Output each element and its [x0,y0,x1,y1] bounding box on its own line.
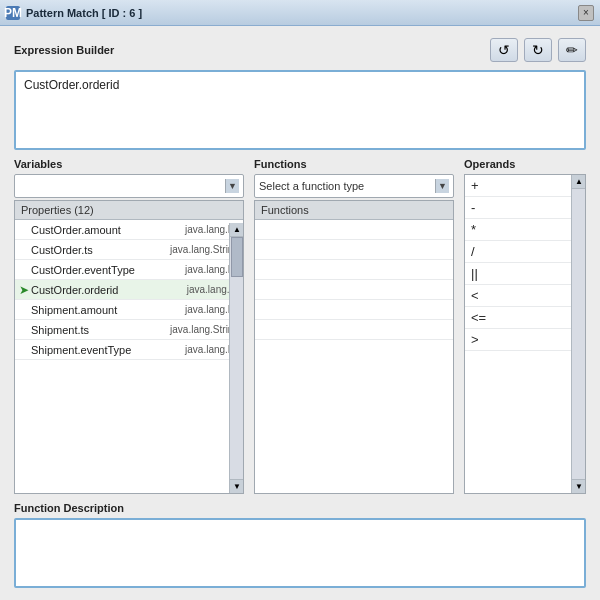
functions-dropdown-text: Select a function type [259,180,364,192]
function-description-section: Function Description [14,502,586,588]
operands-list: + - * / || < <= > ▲ ▼ [464,174,586,494]
window-title: Pattern Match [ ID : 6 ] [26,7,142,19]
scroll-thumb [231,237,243,277]
window-icon: PM [6,6,20,20]
scroll-up[interactable]: ▲ [230,223,244,237]
func-row[interactable] [255,220,453,240]
active-arrow: ➤ [19,283,29,297]
expression-builder-label: Expression Builder [14,44,114,56]
variables-list: Properties (12) CustOrder.amount java.la… [14,200,244,494]
expression-value: CustOrder.orderid [24,78,119,92]
redo-button[interactable]: ↻ [524,38,552,62]
var-row[interactable]: Shipment.ts java.lang.String [15,320,243,340]
operand-multiply[interactable]: * [465,219,585,241]
operands-label: Operands [464,158,586,170]
scroll-down[interactable]: ▼ [230,479,244,493]
scroll-track [230,237,243,479]
functions-list: Functions [254,200,454,494]
func-row[interactable] [255,300,453,320]
operands-scroll-down[interactable]: ▼ [572,479,586,493]
operands-scrollbar[interactable]: ▲ ▼ [571,175,585,493]
expression-input[interactable]: CustOrder.orderid [14,70,586,150]
operands-scroll-up[interactable]: ▲ [572,175,586,189]
operand-minus[interactable]: - [465,197,585,219]
func-row[interactable] [255,260,453,280]
variables-dropdown[interactable]: ▼ [14,174,244,198]
func-row[interactable] [255,240,453,260]
operand-or[interactable]: || [465,263,585,285]
title-bar-left: PM Pattern Match [ ID : 6 ] [6,6,142,20]
main-content: Expression Builder ↺ ↻ ✏ CustOrder.order… [0,26,600,600]
functions-list-header: Functions [255,201,453,220]
functions-type-dropdown[interactable]: Select a function type ▼ [254,174,454,198]
var-row-active[interactable]: ➤ CustOrder.orderid java.lang.St [15,280,243,300]
undo-button[interactable]: ↺ [490,38,518,62]
functions-list-body [255,220,453,490]
expression-builder-section: Expression Builder ↺ ↻ ✏ CustOrder.order… [14,38,586,150]
edit-button[interactable]: ✏ [558,38,586,62]
function-description-label: Function Description [14,502,586,514]
operand-gt[interactable]: > [465,329,585,351]
var-row[interactable]: CustOrder.eventType java.lang.Lo [15,260,243,280]
variables-label: Variables [14,158,244,170]
functions-label: Functions [254,158,454,170]
func-row[interactable] [255,320,453,340]
functions-column: Functions Select a function type ▼ Funct… [254,158,454,494]
variables-column: Variables ▼ Properties (12) CustOrder.am… [14,158,244,494]
three-column-layout: Variables ▼ Properties (12) CustOrder.am… [14,158,586,494]
var-row[interactable]: CustOrder.amount java.lang.Lo [15,220,243,240]
variables-list-header: Properties (12) [15,201,243,220]
operand-lt[interactable]: < [465,285,585,307]
operand-lte[interactable]: <= [465,307,585,329]
variables-list-body: CustOrder.amount java.lang.Lo CustOrder.… [15,220,243,490]
operands-column: Operands + - * / || < <= > ▲ ▼ [464,158,586,494]
function-description-box[interactable] [14,518,586,588]
toolbar: ↺ ↻ ✏ [490,38,586,62]
func-row[interactable] [255,280,453,300]
var-row[interactable]: Shipment.eventType java.lang.Lo [15,340,243,360]
functions-dropdown-arrow: ▼ [435,179,449,193]
title-bar: PM Pattern Match [ ID : 6 ] × [0,0,600,26]
operand-divide[interactable]: / [465,241,585,263]
var-scrollbar[interactable]: ▲ ▼ [229,223,243,493]
var-row[interactable]: CustOrder.ts java.lang.String [15,240,243,260]
variables-dropdown-arrow: ▼ [225,179,239,193]
close-button[interactable]: × [578,5,594,21]
operands-scroll-track [572,189,585,479]
var-row[interactable]: Shipment.amount java.lang.Lo [15,300,243,320]
operand-plus[interactable]: + [465,175,585,197]
